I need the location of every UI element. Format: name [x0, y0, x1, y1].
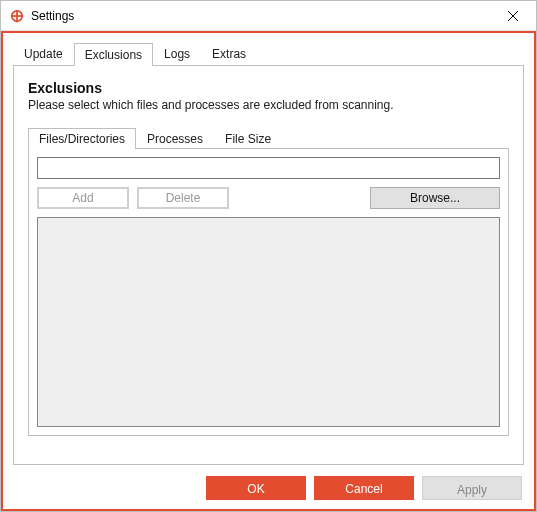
inner-tabs: Files/Directories Processes File Size: [28, 126, 509, 148]
inner-tab-file-size[interactable]: File Size: [214, 128, 282, 149]
dialog-footer: OK Cancel Apply: [3, 467, 534, 509]
main-tabs: Update Exclusions Logs Extras: [13, 41, 524, 65]
cancel-button[interactable]: Cancel: [314, 476, 414, 500]
inner-panel-files: Add Delete Browse...: [28, 148, 509, 436]
dialog-frame: Update Exclusions Logs Extras Exclusions…: [1, 31, 536, 511]
tab-panel-exclusions: Exclusions Please select which files and…: [13, 65, 524, 465]
button-row: Add Delete Browse...: [37, 187, 500, 209]
window-title: Settings: [31, 9, 74, 23]
dialog-content: Update Exclusions Logs Extras Exclusions…: [3, 33, 534, 467]
tab-update[interactable]: Update: [13, 42, 74, 66]
tab-exclusions[interactable]: Exclusions: [74, 43, 153, 66]
close-button[interactable]: [490, 1, 536, 31]
tab-extras[interactable]: Extras: [201, 42, 257, 66]
section-title: Exclusions: [28, 80, 509, 96]
titlebar: Settings: [1, 1, 536, 31]
settings-window: Settings Update Exclusions Logs Extras E…: [0, 0, 537, 512]
apply-button: Apply: [422, 476, 522, 500]
browse-button[interactable]: Browse...: [370, 187, 500, 209]
tab-logs[interactable]: Logs: [153, 42, 201, 66]
inner-tab-processes[interactable]: Processes: [136, 128, 214, 149]
add-button: Add: [37, 187, 129, 209]
exclusions-listbox[interactable]: [37, 217, 500, 427]
section-description: Please select which files and processes …: [28, 98, 509, 112]
path-input[interactable]: [37, 157, 500, 179]
ok-button[interactable]: OK: [206, 476, 306, 500]
delete-button: Delete: [137, 187, 229, 209]
app-icon: [9, 8, 25, 24]
close-icon: [508, 11, 518, 21]
inner-tab-files[interactable]: Files/Directories: [28, 128, 136, 149]
